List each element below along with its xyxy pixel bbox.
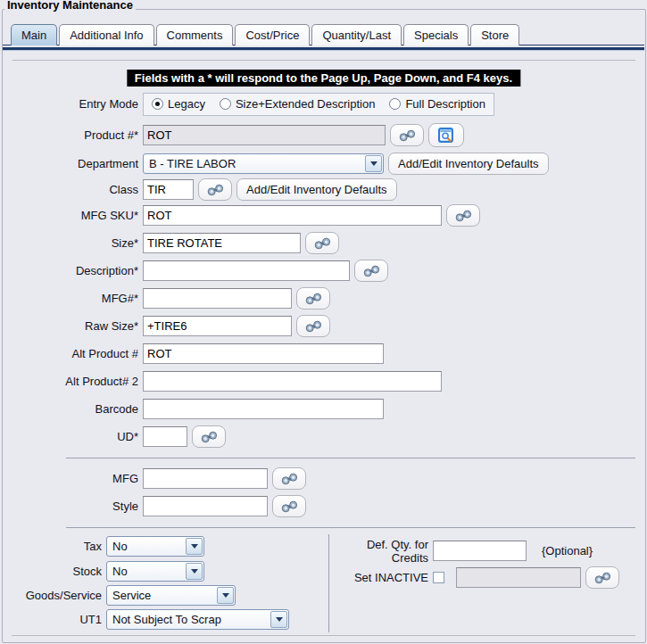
style-label: Style: [12, 500, 138, 513]
section-separator: [66, 458, 635, 458]
tax-label: Tax: [12, 540, 102, 553]
stock-value: No: [112, 565, 128, 578]
set-inactive-input[interactable]: [456, 567, 581, 588]
size-label: Size*: [12, 236, 138, 250]
chevron-down-icon: [217, 587, 234, 604]
binoculars-icon: [305, 320, 322, 333]
alt-product-label: Alt Product #: [12, 347, 138, 360]
department-label: Department: [12, 157, 138, 170]
binoculars-icon: [399, 129, 416, 142]
alt-product-row: Alt Product #: [12, 343, 384, 365]
tax-value: No: [112, 540, 128, 553]
mfg-sku-row: MFG SKU*: [12, 204, 480, 227]
radio-label: Size+Extended Description: [236, 97, 375, 111]
def-qty-input[interactable]: [433, 541, 527, 561]
navy-divider-highlight: [3, 50, 644, 51]
binoculars-icon: [314, 237, 331, 250]
keys-hint-banner: Fields with a * will respond to the Page…: [127, 70, 520, 87]
alt-product-input[interactable]: [143, 343, 384, 364]
class-lookup-button[interactable]: [198, 178, 232, 201]
binoculars-icon: [281, 500, 298, 513]
page-title: Inventory Maintenance: [4, 0, 136, 12]
class-row: Class Add/Edit Inventory Defaults: [12, 178, 397, 201]
tab-cost-price[interactable]: Cost/Price: [235, 24, 310, 45]
mfg-num-row: MFG#*: [12, 287, 330, 310]
product-input[interactable]: [143, 125, 386, 145]
style-input[interactable]: [143, 496, 268, 516]
tab-label: Comments: [167, 29, 223, 42]
set-inactive-label: Set INACTIVE: [334, 571, 428, 584]
tax-dropdown[interactable]: No: [106, 536, 204, 557]
tab-label: Specials: [414, 29, 458, 42]
barcode-row: Barcode: [12, 398, 384, 420]
style-lookup-button[interactable]: [272, 495, 306, 517]
set-inactive-row: Set INACTIVE: [334, 567, 619, 588]
entry-mode-group: Legacy Size+Extended Description Full De…: [143, 93, 494, 116]
description-row: Description*: [12, 260, 388, 282]
mfg-num-input[interactable]: [143, 288, 292, 309]
binoculars-icon: [594, 572, 611, 584]
binoculars-icon: [201, 431, 218, 443]
barcode-input[interactable]: [143, 399, 384, 419]
raw-size-lookup-button[interactable]: [296, 315, 330, 337]
tab-label: Main: [21, 29, 46, 42]
department-dropdown[interactable]: B - TIRE LABOR: [143, 153, 384, 174]
goods-service-dropdown[interactable]: Service: [106, 585, 236, 606]
raw-size-input[interactable]: [143, 316, 292, 336]
class-input[interactable]: [143, 179, 194, 200]
size-input[interactable]: [143, 233, 301, 253]
alt-product2-input[interactable]: [143, 371, 442, 392]
mfg-num-lookup-button[interactable]: [296, 287, 330, 310]
binoculars-icon: [207, 184, 224, 196]
ut1-value: Not Subject To Scrap: [112, 613, 221, 626]
mfg-label: MFG: [12, 472, 138, 485]
binoculars-icon: [305, 293, 322, 305]
chevron-down-icon: [186, 538, 203, 555]
tab-comments[interactable]: Comments: [156, 24, 234, 45]
binoculars-icon: [281, 473, 298, 485]
alt-product2-row: Alt Product# 2: [12, 370, 442, 392]
description-lookup-button[interactable]: [354, 260, 388, 282]
tab-store[interactable]: Store: [470, 24, 519, 45]
mfg-sku-lookup-button[interactable]: [446, 204, 480, 227]
tab-label: Cost/Price: [245, 29, 299, 42]
department-defaults-button[interactable]: Add/Edit Inventory Defaults: [388, 153, 549, 175]
entry-mode-option-legacy[interactable]: Legacy: [152, 97, 205, 111]
radio-label: Legacy: [168, 97, 205, 111]
entry-mode-label: Entry Mode: [12, 97, 138, 111]
stock-dropdown[interactable]: No: [106, 561, 204, 582]
ut1-label: UT1: [12, 613, 102, 626]
size-row: Size*: [12, 232, 339, 254]
bottom-hairline: [12, 635, 635, 636]
entry-mode-option-size-extended[interactable]: Size+Extended Description: [220, 97, 375, 111]
raw-size-label: Raw Size*: [12, 319, 138, 333]
set-inactive-checkbox[interactable]: [433, 572, 444, 583]
set-inactive-lookup-button[interactable]: [585, 566, 619, 589]
stock-row: Stock No: [12, 561, 204, 582]
tab-bar: Main Additional Info Comments Cost/Price…: [11, 24, 519, 45]
ud-input[interactable]: [143, 426, 187, 447]
def-qty-label: Def. Qty. for Credits: [334, 538, 428, 565]
tab-specials[interactable]: Specials: [403, 24, 469, 45]
ut1-dropdown[interactable]: Not Subject To Scrap: [106, 609, 289, 630]
bottom-column-divider: [328, 534, 329, 632]
entry-mode-option-full-description[interactable]: Full Description: [389, 97, 485, 111]
tab-quantity-last[interactable]: Quantity/Last: [311, 24, 402, 45]
class-defaults-button[interactable]: Add/Edit Inventory Defaults: [236, 178, 397, 201]
tab-main[interactable]: Main: [11, 24, 57, 45]
tab-additional-info[interactable]: Additional Info: [59, 24, 153, 45]
top-hairline: [12, 60, 635, 61]
mfg-sku-input[interactable]: [143, 205, 442, 226]
size-lookup-button[interactable]: [305, 232, 339, 254]
tax-row: Tax No: [12, 536, 204, 557]
product-label: Product #*: [12, 128, 138, 142]
ud-lookup-button[interactable]: [192, 425, 226, 448]
section-separator: [66, 527, 635, 528]
description-input[interactable]: [143, 260, 350, 281]
chevron-down-icon: [186, 563, 203, 580]
tab-label: Additional Info: [70, 29, 143, 42]
product-lookup-button[interactable]: [390, 124, 424, 146]
mfg-input[interactable]: [143, 468, 268, 489]
product-preview-button[interactable]: [428, 123, 464, 147]
mfg-lookup-button[interactable]: [272, 467, 306, 490]
